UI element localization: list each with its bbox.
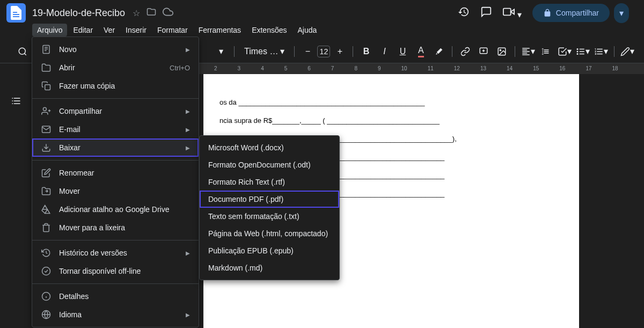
menu-item-mover[interactable]: Mover (32, 182, 199, 200)
submenu-arrow-icon: ▶ (186, 127, 190, 133)
bullet-list-icon[interactable]: ▾ (575, 44, 590, 59)
folder-icon (41, 63, 52, 72)
svg-point-10 (43, 107, 46, 111)
decrease-font-icon[interactable]: − (300, 44, 315, 59)
numbered-list-icon[interactable]: ▾ (594, 44, 609, 59)
menu-item-adicionar-atalho-ao-google-drive[interactable]: Adicionar atalho ao Google Drive (32, 200, 199, 218)
text-color-icon[interactable]: A (413, 44, 428, 59)
download-option[interactable]: Formato Rich Text (.rtf) (200, 173, 339, 191)
italic-icon[interactable]: I (377, 44, 392, 59)
copy-icon (41, 81, 52, 91)
link-icon[interactable] (458, 44, 473, 59)
download-icon (41, 143, 52, 152)
menu-item-compartilhar[interactable]: Compartilhar▶ (32, 102, 199, 120)
menu-item-tornar-disponível-off-line[interactable]: Tornar disponível off-line (32, 262, 199, 280)
dropdown-arrow-icon[interactable]: ▾ (214, 44, 229, 59)
menu-item-mover-para-a-lixeira[interactable]: Mover para a lixeira (32, 218, 199, 237)
font-size-input[interactable] (317, 46, 330, 57)
highlight-icon[interactable] (431, 44, 447, 59)
pen-icon[interactable]: ▾ (620, 44, 635, 59)
search-icon[interactable] (15, 44, 30, 59)
menu-item-novo[interactable]: Novo▶ (32, 40, 199, 59)
outline-icon[interactable] (11, 96, 21, 108)
svg-rect-0 (503, 9, 511, 16)
underline-icon[interactable]: U (395, 44, 410, 59)
menu-item-abrir[interactable]: AbrirCtrl+O (32, 59, 199, 77)
menu-item-detalhes[interactable]: Detalhes (32, 287, 199, 305)
share-button[interactable]: Compartilhar (532, 4, 610, 22)
submenu-arrow-icon: ▶ (186, 108, 190, 114)
star-icon[interactable]: ☆ (133, 8, 140, 18)
line-spacing-icon[interactable] (539, 44, 554, 59)
submenu-arrow-icon: ▶ (186, 312, 190, 318)
increase-font-icon[interactable]: + (332, 44, 347, 59)
submenu-arrow-icon: ▶ (186, 145, 190, 151)
menu-ajuda[interactable]: Ajuda (293, 24, 322, 37)
menu-arquivo[interactable]: Arquivo (32, 24, 67, 37)
move-icon (41, 186, 52, 196)
history-icon[interactable] (458, 6, 470, 20)
menu-item-baixar[interactable]: Baixar▶ (32, 139, 199, 157)
download-option[interactable]: Markdown (.md) (200, 259, 339, 276)
menu-inserir[interactable]: Inserir (121, 24, 151, 37)
menu-item-idioma[interactable]: Idioma▶ (32, 305, 199, 324)
globe-icon (41, 310, 52, 319)
submenu-arrow-icon: ▶ (186, 47, 190, 53)
menu-item-fazer-uma-cópia[interactable]: Fazer uma cópia (32, 77, 199, 95)
menu-extensoes[interactable]: Extensões (247, 24, 291, 37)
download-option[interactable]: Texto sem formatação (.txt) (200, 208, 339, 225)
move-icon[interactable] (147, 7, 156, 19)
download-option[interactable]: Página da Web (.html, compactado) (200, 225, 339, 242)
download-option[interactable]: Documento PDF (.pdf) (200, 191, 339, 208)
docs-app-icon[interactable] (6, 3, 26, 23)
menu-ferramentas[interactable]: Ferramentas (194, 24, 246, 37)
svg-point-6 (577, 50, 579, 52)
menu-editar[interactable]: Editar (68, 24, 98, 37)
menu-item-e-mail[interactable]: E-mail▶ (32, 120, 199, 139)
svg-rect-9 (45, 85, 50, 90)
menu-item-renomear[interactable]: Renomear (32, 164, 199, 182)
person-add-icon (41, 106, 52, 116)
image-icon[interactable] (494, 44, 509, 59)
checklist-icon[interactable]: ▾ (557, 44, 572, 59)
chevron-down-icon: ▾ (280, 46, 284, 56)
menu-item-histórico-de-versões[interactable]: Histórico de versões▶ (32, 244, 199, 262)
trash-icon (41, 223, 52, 232)
info-icon (41, 291, 52, 301)
bold-icon[interactable]: B (358, 44, 374, 59)
cloud-status-icon[interactable] (163, 6, 173, 19)
doc-icon (41, 45, 52, 54)
submenu-arrow-icon: ▶ (186, 250, 190, 256)
download-option[interactable]: Microsoft Word (.docx) (200, 139, 339, 156)
share-dropdown[interactable]: ▾ (614, 3, 629, 23)
svg-point-4 (500, 49, 501, 50)
document-title[interactable]: 19-Modelo-de-Recibo (32, 8, 125, 19)
download-option[interactable]: Publicação EPUB (.epub) (200, 242, 339, 259)
font-family-select[interactable]: Times … ▾ (240, 44, 289, 59)
download-option[interactable]: Formato OpenDocument (.odt) (200, 156, 339, 173)
svg-point-12 (42, 267, 50, 275)
mail-icon (41, 125, 52, 134)
svg-point-7 (577, 53, 579, 55)
drive-add-icon (41, 205, 52, 214)
comments-icon[interactable] (480, 6, 492, 20)
comment-add-icon[interactable] (476, 44, 491, 59)
menu-ver[interactable]: Ver (99, 24, 120, 37)
offline-icon (41, 266, 52, 276)
share-label: Compartilhar (556, 9, 599, 17)
svg-point-5 (577, 48, 579, 50)
edit-icon (41, 168, 52, 178)
file-dropdown-menu: Novo▶AbrirCtrl+OFazer uma cópiaCompartil… (32, 37, 199, 327)
align-icon[interactable]: ▾ (521, 44, 536, 59)
download-submenu: Microsoft Word (.docx)Formato OpenDocume… (199, 135, 340, 280)
left-rail (0, 74, 32, 328)
history-icon (41, 248, 52, 258)
titlebar: 19-Modelo-de-Recibo ☆ ▾ Compartilhar ▾ (0, 0, 644, 21)
svg-point-1 (19, 48, 25, 54)
menu-formatar[interactable]: Formatar (152, 24, 193, 37)
meet-icon[interactable]: ▾ (503, 6, 521, 20)
